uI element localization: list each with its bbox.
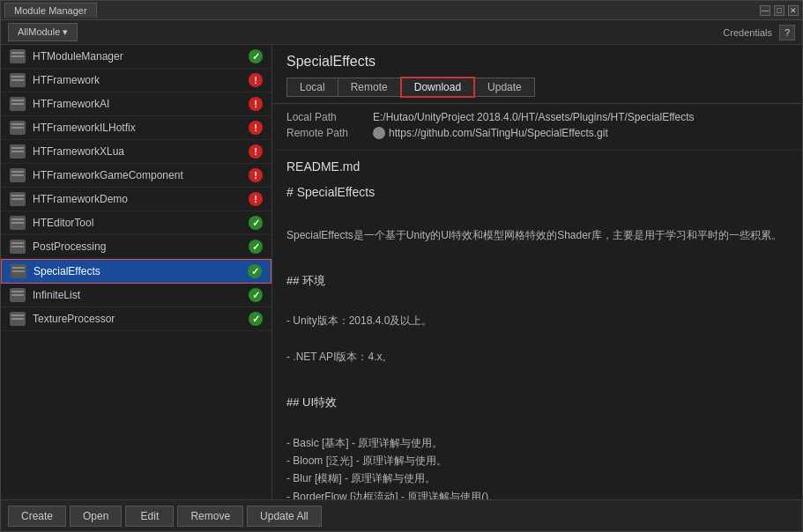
status-icon-error: ! (249, 168, 263, 182)
right-panel: SpecialEffects LocalRemoteDownloadUpdate… (272, 45, 802, 499)
readme-line: SpecialEffects是一个基于Unity的UI特效和模型网格特效的Sha… (286, 226, 788, 244)
module-folder-icon (10, 73, 26, 87)
main-window: Module Manager — □ ✕ AllModule ▾ Credent… (0, 0, 803, 532)
module-detail-title: SpecialEffects (286, 54, 788, 70)
readme-title: README.md (286, 159, 788, 174)
local-path-value: E:/Hutao/UnityProject 2018.4.0/HT/Assets… (373, 111, 695, 123)
all-module-button[interactable]: AllModule ▾ (8, 23, 78, 41)
status-icon-ok: ✓ (249, 288, 263, 302)
toolbar: AllModule ▾ Credentials ? (1, 20, 802, 45)
all-module-label: AllModule ▾ (18, 26, 68, 38)
remote-path-row: Remote Path https://github.com/SaiTingHu… (286, 127, 788, 139)
status-icon-error: ! (249, 144, 263, 159)
title-bar: Module Manager — □ ✕ (1, 1, 802, 20)
module-name: HTEditorTool (33, 217, 242, 229)
module-item-HTFrameworkXLua[interactable]: HTFrameworkXLua! (1, 140, 271, 164)
main-content: HTModuleManager✓HTFramework!HTFrameworkA… (1, 45, 802, 499)
module-folder-icon (10, 240, 26, 254)
module-name: HTFrameworkDemo (33, 193, 242, 205)
module-name: HTModuleManager (33, 50, 242, 63)
remove-button[interactable]: Remove (177, 506, 243, 527)
tabs-row: LocalRemoteDownloadUpdate (286, 77, 788, 98)
readme-content: # SpecialEffectsSpecialEffects是一个基于Unity… (286, 182, 788, 499)
toolbar-right: Credentials ? (723, 25, 795, 41)
readme-line: - Bloom [泛光] - 原理详解与使用。 (286, 452, 788, 469)
module-folder-icon (10, 49, 26, 63)
module-name: TextureProcessor (33, 313, 242, 325)
module-name: InfiniteList (33, 289, 242, 301)
module-item-TextureProcessor[interactable]: TextureProcessor✓ (1, 307, 271, 331)
right-header: SpecialEffects LocalRemoteDownloadUpdate (272, 45, 802, 104)
remote-path-label: Remote Path (286, 127, 366, 139)
status-icon-ok: ✓ (248, 264, 262, 278)
module-item-HTEditorTool[interactable]: HTEditorTool✓ (1, 211, 271, 235)
module-item-HTFrameworkDemo[interactable]: HTFrameworkDemo! (1, 188, 271, 211)
create-button[interactable]: Create (8, 506, 66, 527)
module-name: HTFramework (33, 74, 242, 86)
status-icon-ok: ✓ (249, 312, 263, 326)
status-icon-ok: ✓ (249, 216, 263, 230)
module-item-HTFrameworkAI[interactable]: HTFrameworkAI! (1, 92, 271, 116)
update_all-button[interactable]: Update All (247, 506, 322, 527)
module-item-HTFrameworkILHotfix[interactable]: HTFrameworkILHotfix! (1, 116, 271, 140)
module-folder-icon (10, 192, 26, 206)
module-item-PostProcessing[interactable]: PostProcessing✓ (1, 235, 271, 259)
maximize-button[interactable]: □ (774, 5, 784, 16)
status-icon-error: ! (249, 97, 263, 111)
readme-line: - Unity版本：2018.4.0及以上。 (286, 312, 788, 329)
close-button[interactable]: ✕ (788, 5, 799, 16)
readme-line: ## UI特效 (286, 393, 788, 412)
module-folder-icon (10, 121, 26, 135)
readme-line: - Basic [基本] - 原理详解与使用。 (286, 434, 788, 452)
status-icon-error: ! (249, 121, 263, 135)
remote-path-text: https://github.com/SaiTingHu/SpecialEffe… (389, 127, 608, 139)
bottom-toolbar: CreateOpenEditRemoveUpdate All (1, 499, 802, 531)
module-folder-icon (10, 144, 26, 159)
credentials-button[interactable]: Credentials (723, 27, 772, 38)
tab-update[interactable]: Update (474, 78, 535, 97)
open-button[interactable]: Open (70, 506, 122, 527)
module-name: PostProcessing (33, 240, 242, 253)
title-bar-left: Module Manager (4, 3, 97, 18)
tab-download[interactable]: Download (400, 77, 475, 98)
local-path-label: Local Path (286, 111, 366, 123)
module-item-InfiniteList[interactable]: InfiniteList✓ (1, 284, 271, 307)
module-item-HTFramework[interactable]: HTFramework! (1, 69, 271, 92)
tab-remote[interactable]: Remote (338, 78, 401, 97)
module-folder-icon (10, 216, 26, 230)
readme-line: - BorderFlow [边框流动] - 原理详解与使用()。 (286, 488, 788, 499)
help-icon[interactable]: ? (779, 25, 795, 41)
module-name: HTFrameworkAI (33, 98, 242, 110)
readme-line: - .NET API版本：4.x。 (286, 348, 788, 366)
edit-button[interactable]: Edit (125, 506, 174, 527)
status-icon-ok: ✓ (249, 49, 263, 63)
tab-local[interactable]: Local (286, 78, 338, 97)
module-folder-icon (10, 168, 26, 182)
module-folder-icon (10, 97, 26, 111)
left-panel: HTModuleManager✓HTFramework!HTFrameworkA… (1, 45, 272, 499)
local-path-row: Local Path E:/Hutao/UnityProject 2018.4.… (286, 111, 788, 123)
remote-path-value: https://github.com/SaiTingHu/SpecialEffe… (373, 127, 608, 139)
module-item-SpecialEffects[interactable]: SpecialEffects✓ (1, 259, 271, 284)
readme-section: README.md # SpecialEffectsSpecialEffects… (272, 151, 802, 499)
module-folder-icon (11, 264, 26, 278)
module-folder-icon (10, 312, 26, 326)
minimize-button[interactable]: — (760, 5, 770, 16)
module-name: SpecialEffects (33, 265, 241, 277)
title-bar-right: — □ ✕ (760, 5, 799, 16)
status-icon-ok: ✓ (249, 240, 263, 254)
module-item-HTModuleManager[interactable]: HTModuleManager✓ (1, 45, 271, 69)
module-folder-icon (10, 288, 26, 302)
module-item-HTFrameworkGameComponent[interactable]: HTFrameworkGameComponent! (1, 164, 271, 188)
module-name: HTFrameworkILHotfix (33, 122, 242, 134)
status-icon-error: ! (249, 73, 263, 87)
title-tab: Module Manager (4, 3, 97, 18)
info-section: Local Path E:/Hutao/UnityProject 2018.4.… (272, 104, 802, 151)
window-title: Module Manager (14, 5, 87, 16)
status-icon-error: ! (249, 192, 263, 206)
github-icon (373, 127, 385, 139)
module-name: HTFrameworkXLua (33, 145, 242, 158)
readme-line: ## 环境 (286, 271, 788, 291)
readme-line: - Blur [模糊] - 原理详解与使用。 (286, 469, 788, 487)
readme-line: # SpecialEffects (286, 182, 788, 203)
